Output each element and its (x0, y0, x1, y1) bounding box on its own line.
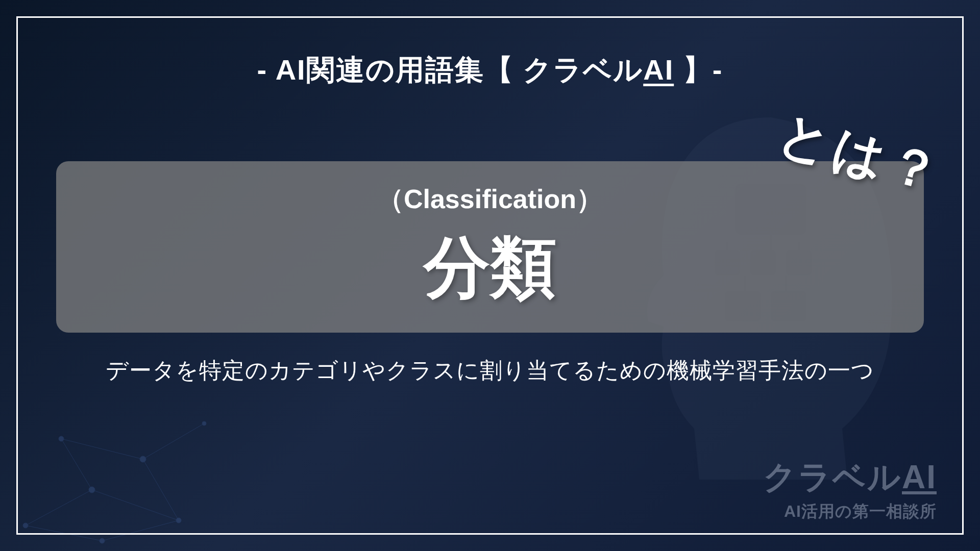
term-english: （Classification） (87, 182, 893, 217)
term-card: とは？ （Classification） 分類 (56, 161, 924, 333)
term-description: データを特定のカテゴリやクラスに割り当てるための機械学習手法の一つ (51, 356, 929, 386)
page-title: - AI関連の用語集【 クラベルAI 】- (51, 51, 929, 90)
term-japanese: 分類 (87, 228, 893, 307)
